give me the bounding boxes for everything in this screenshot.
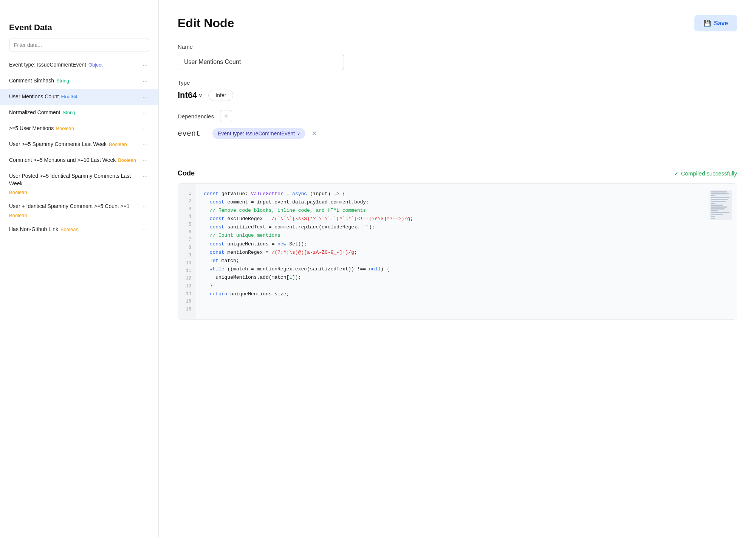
sidebar-item-type: Boolean <box>60 227 79 232</box>
line-number-4: 4 <box>183 213 191 220</box>
sidebar-item-content: Normalized Comment String <box>9 109 138 116</box>
line-number-13: 13 <box>183 282 191 290</box>
line-number-9: 9 <box>183 251 191 259</box>
sidebar-filter-container <box>9 39 149 51</box>
code-editor[interactable]: 12345678910111213141516 const getValue: … <box>178 183 737 320</box>
type-label: Type <box>178 79 737 86</box>
sidebar-item-menu-dots[interactable]: ··· <box>141 172 149 181</box>
sidebar-item-menu-dots[interactable]: ··· <box>141 109 149 117</box>
main-header: Edit Node 💾 Save <box>178 15 737 31</box>
line-number-1: 1 <box>183 190 191 197</box>
sidebar-item-comment-simhash[interactable]: Comment Simhash String ··· <box>0 73 158 89</box>
deps-header-row: Dependencies + <box>178 110 737 122</box>
line-numbers: 12345678910111213141516 <box>178 184 196 319</box>
sidebar-item-comment-mentions-lastweek[interactable]: Comment >=5 Mentions and >=10 Last Week … <box>0 153 158 169</box>
sidebar-item-user-identical-spammy[interactable]: User + Identical Spammy Comment >=5 Coun… <box>0 199 158 222</box>
sidebar-item-menu-dots[interactable]: ··· <box>141 141 149 149</box>
sidebar-item-type: Boolean <box>9 213 27 218</box>
chevron-down-icon: ∨ <box>297 131 300 136</box>
deps-label: Dependencies <box>178 113 214 120</box>
sidebar-item-content: >=5 User Mentions Boolean <box>9 125 138 132</box>
code-line-10: const mentionRegex = /(?:^|\s)@([a-zA-Z0… <box>204 248 729 257</box>
sidebar-item-type: Float64 <box>61 94 77 99</box>
name-label: Name <box>178 43 737 50</box>
sidebar-item-content: Event type: IssueCommentEvent Object <box>9 61 138 69</box>
code-line-16: return uniqueMentions.size; <box>204 290 729 298</box>
sidebar-item-type: Boolean <box>9 189 27 195</box>
sidebar-item-menu-dots[interactable]: ··· <box>141 125 149 133</box>
sidebar-item-type: Boolean <box>118 157 136 163</box>
check-icon: ✓ <box>674 170 679 177</box>
line-number-6: 6 <box>183 228 191 236</box>
sidebar-title: Event Data <box>0 23 158 39</box>
code-line-4: // Remove code blocks, inline code, and … <box>204 206 729 215</box>
code-header: Code ✓ Compiled successfully <box>178 169 737 177</box>
sidebar-item-label: Comment Simhash <box>9 77 54 85</box>
sidebar-item-content: User >=5 Spammy Comments Last Week Boole… <box>9 141 138 148</box>
code-line-6: const sanitizedText = comment.replace(ex… <box>204 223 729 231</box>
sidebar-item-user-mentions-count[interactable]: User Mentions Count Float64 ··· <box>0 89 158 105</box>
filter-input[interactable] <box>9 39 149 51</box>
sidebar-item-content: Has Non-Github Link Boolean <box>9 226 138 233</box>
sidebar-item-type: Boolean <box>109 141 127 147</box>
sidebar-item-user-posted-identical[interactable]: User Posted >=5 Identical Spammy Comment… <box>0 169 158 199</box>
dep-item-row: event Event type: IssueCommentEvent ∨ ✕ <box>178 128 737 139</box>
type-selector[interactable]: Int64 ∨ <box>178 90 202 100</box>
sidebar-item-label: Has Non-Github Link <box>9 226 58 233</box>
sidebar-item-menu-dots[interactable]: ··· <box>141 93 149 101</box>
line-number-11: 11 <box>183 267 191 275</box>
type-section: Type Int64 ∨ Infer <box>178 79 737 101</box>
code-line-14: } <box>204 282 729 290</box>
infer-button[interactable]: Infer <box>208 90 233 101</box>
compile-status-text: Compiled successfully <box>681 170 737 177</box>
sidebar-item-content: Comment >=5 Mentions and >=10 Last Week … <box>9 157 138 164</box>
save-button[interactable]: 💾 Save <box>694 15 737 31</box>
code-line-1: const getValue: ValueGetter = async (inp… <box>204 190 729 198</box>
sidebar-item-label: User >=5 Spammy Comments Last Week <box>9 141 107 148</box>
sidebar-item-normalized-comment[interactable]: Normalized Comment String ··· <box>0 105 158 121</box>
sidebar-item-label: User Posted >=5 Identical Spammy Comment… <box>9 172 138 187</box>
infer-label: Infer <box>215 92 226 98</box>
sidebar-item-label: >=5 User Mentions <box>9 125 54 132</box>
code-line-2: const comment = input.event.data.payload… <box>204 198 729 206</box>
name-input[interactable] <box>178 54 344 70</box>
minimap <box>710 190 732 220</box>
line-number-2: 2 <box>183 197 191 205</box>
line-number-3: 3 <box>183 205 191 213</box>
code-lines: 12345678910111213141516 const getValue: … <box>178 184 737 319</box>
sidebar-item-content: User Mentions Count Float64 <box>9 93 138 101</box>
code-line-8: // Count unique mentions <box>204 231 729 240</box>
sidebar-item-gte5-user-mentions[interactable]: >=5 User Mentions Boolean ··· <box>0 121 158 137</box>
sidebar-item-label: Comment >=5 Mentions and >=10 Last Week <box>9 157 116 164</box>
code-line-13: uniqueMentions.add(match[1]); <box>204 273 729 282</box>
code-line-11: let match; <box>204 257 729 265</box>
code-line-12: while ((match = mentionRegex.exec(saniti… <box>204 265 729 273</box>
line-number-12: 12 <box>183 275 191 282</box>
sidebar: Event Data Event type: IssueCommentEvent… <box>0 0 159 537</box>
type-value: Int64 <box>178 90 197 100</box>
sidebar-item-event-type-issue[interactable]: Event type: IssueCommentEvent Object ··· <box>0 57 158 73</box>
code-line-5: const excludeRegex = /(`\`\`[\s\S]*?`\`\… <box>204 215 729 223</box>
save-label: Save <box>714 20 728 27</box>
sidebar-item-has-non-github-link[interactable]: Has Non-Github Link Boolean ··· <box>0 222 158 238</box>
line-number-15: 15 <box>183 298 191 305</box>
dep-item-label: event <box>178 129 208 138</box>
sidebar-item-type: String <box>62 110 75 115</box>
dep-chip[interactable]: Event type: IssueCommentEvent ∨ <box>212 128 305 139</box>
line-number-5: 5 <box>183 221 191 228</box>
code-title: Code <box>178 169 195 177</box>
sidebar-item-content: Comment Simhash String <box>9 77 138 85</box>
name-section: Name <box>178 43 737 70</box>
divider <box>178 160 737 160</box>
sidebar-item-menu-dots[interactable]: ··· <box>141 203 149 211</box>
remove-dep-button[interactable]: ✕ <box>311 129 317 138</box>
sidebar-item-menu-dots[interactable]: ··· <box>141 226 149 234</box>
sidebar-item-menu-dots[interactable]: ··· <box>141 61 149 70</box>
sidebar-list: Event type: IssueCommentEvent Object ···… <box>0 57 158 537</box>
sidebar-item-gte5-spammy-comments[interactable]: User >=5 Spammy Comments Last Week Boole… <box>0 137 158 153</box>
add-dependency-button[interactable]: + <box>220 110 232 122</box>
compile-status: ✓ Compiled successfully <box>674 170 737 177</box>
sidebar-item-menu-dots[interactable]: ··· <box>141 77 149 85</box>
sidebar-item-menu-dots[interactable]: ··· <box>141 157 149 165</box>
sidebar-item-label: Event type: IssueCommentEvent <box>9 61 86 69</box>
